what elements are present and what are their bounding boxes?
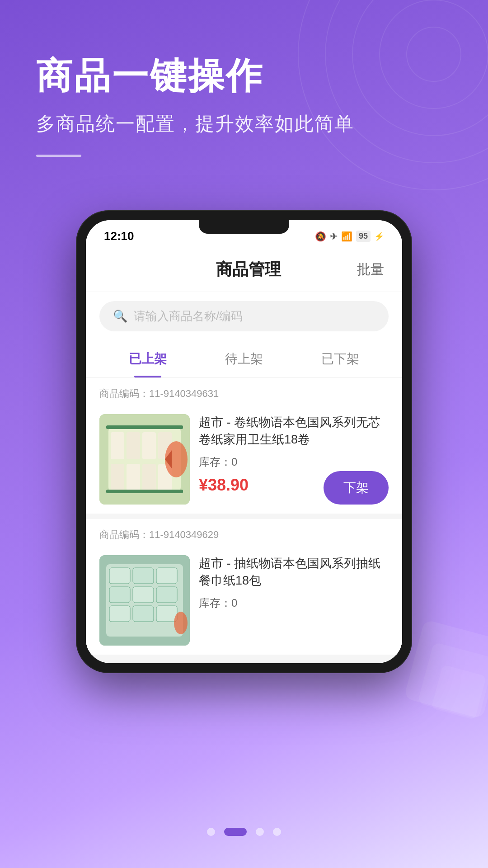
product-name-2: 超市 - 抽纸物语本色国风系列抽纸餐巾纸18包: [199, 555, 389, 590]
product-item-1: 超市 - 卷纸物语本色国风系列无芯卷纸家用卫生纸18卷 库存：0 ¥38.90 …: [86, 405, 402, 514]
svg-rect-25: [133, 587, 154, 603]
svg-rect-29: [156, 606, 177, 622]
dot-3[interactable]: [256, 828, 264, 836]
battery-level: 95: [356, 231, 371, 242]
product-name-1: 超市 - 卷纸物语本色国风系列无芯卷纸家用卫生纸18卷: [199, 414, 389, 448]
search-icon: 🔍: [113, 309, 127, 323]
page-title: 商品管理: [216, 259, 281, 281]
svg-rect-26: [156, 587, 177, 603]
wifi-icon: 📶: [341, 231, 352, 242]
product-item-2: 超市 - 抽纸物语本色国风系列抽纸餐巾纸18包 库存：0: [86, 546, 402, 655]
phone-mockup-container: 12:10 🔕 ✈ 📶 95 ⚡ 商品管理 批量: [0, 211, 488, 672]
status-icons: 🔕 ✈ 📶 95 ⚡: [315, 231, 384, 242]
product-code-2: 商品编码：11-9140349629: [86, 519, 402, 546]
product-image-1: [99, 414, 190, 505]
svg-rect-11: [111, 464, 124, 491]
product-stock-1: 库存：0: [199, 455, 389, 469]
svg-rect-22: [133, 568, 154, 584]
search-input[interactable]: 请输入商品名称/编码: [134, 308, 243, 324]
bottom-area: [0, 796, 488, 868]
svg-rect-8: [127, 432, 140, 459]
svg-rect-28: [133, 606, 154, 622]
search-container: 🔍 请输入商品名称/编码: [86, 292, 402, 340]
svg-rect-15: [106, 425, 183, 429]
tab-listed[interactable]: 已上架: [99, 340, 196, 377]
tabs-container: 已上架 待上架 已下架: [86, 340, 402, 378]
phone-mockup: 12:10 🔕 ✈ 📶 95 ⚡ 商品管理 批量: [77, 211, 411, 672]
bulk-action-button[interactable]: 批量: [357, 260, 384, 279]
product-image-2: [99, 555, 190, 646]
tab-delisted[interactable]: 已下架: [292, 340, 389, 377]
top-bar: 商品管理 批量: [86, 248, 402, 292]
product-section-1: 商品编码：11-9140349631: [86, 378, 402, 514]
main-title: 商品一键操作: [36, 54, 452, 98]
app-content: 商品管理 批量 🔍 请输入商品名称/编码 已上架 待上架: [86, 248, 402, 655]
svg-rect-23: [156, 568, 177, 584]
product-code-1: 商品编码：11-9140349631: [86, 378, 402, 405]
svg-rect-21: [109, 568, 130, 584]
status-time: 12:10: [104, 229, 134, 243]
search-bar[interactable]: 🔍 请输入商品名称/编码: [99, 301, 389, 331]
svg-rect-24: [109, 587, 130, 603]
svg-point-30: [174, 612, 188, 634]
svg-rect-9: [142, 432, 156, 459]
tab-pending[interactable]: 待上架: [196, 340, 292, 377]
product-thumbnail-2: [99, 555, 190, 646]
delist-button-1[interactable]: 下架: [324, 471, 389, 505]
divider: [36, 155, 81, 157]
header-section: 商品一键操作 多商品统一配置，提升效率如此简单: [0, 0, 488, 211]
sub-title: 多商品统一配置，提升效率如此简单: [36, 111, 452, 137]
mute-icon: 🔕: [315, 231, 326, 242]
svg-rect-33: [431, 665, 486, 720]
product-stock-2: 库存：0: [199, 596, 389, 610]
pagination-dots: [0, 828, 488, 836]
svg-rect-7: [111, 432, 124, 459]
product-info-2: 超市 - 抽纸物语本色国风系列抽纸餐巾纸18包 库存：0: [199, 555, 389, 646]
phone-screen: 12:10 🔕 ✈ 📶 95 ⚡ 商品管理 批量: [86, 220, 402, 663]
product-list: 商品编码：11-9140349631: [86, 378, 402, 655]
svg-rect-27: [109, 606, 130, 622]
dot-4[interactable]: [273, 828, 281, 836]
phone-notch: [199, 220, 289, 234]
svg-rect-16: [106, 490, 183, 493]
product-thumbnail-1: [99, 414, 190, 505]
dot-1[interactable]: [207, 828, 215, 836]
airplane-icon: ✈: [330, 231, 338, 242]
product-section-2: 商品编码：11-9140349629: [86, 519, 402, 655]
bolt-icon: ⚡: [374, 231, 384, 241]
svg-rect-12: [127, 464, 140, 491]
svg-rect-13: [142, 464, 156, 491]
dot-2[interactable]: [224, 828, 247, 836]
